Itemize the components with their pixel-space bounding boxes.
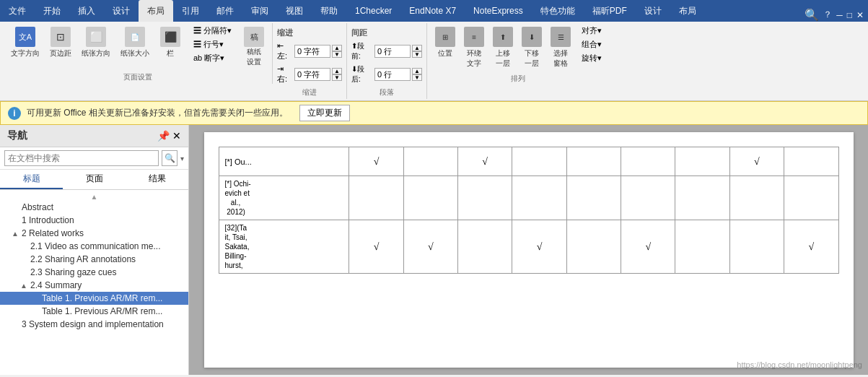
selection-pane-button[interactable]: ☰ 选择窗格 <box>547 25 574 71</box>
paper-settings-btn[interactable]: 稿 稿纸设置 <box>240 25 268 69</box>
spacing-before-down[interactable]: ▼ <box>412 51 422 58</box>
indent-right-spinner[interactable]: ▲ ▼ <box>332 68 342 81</box>
nav-item-sharing-gaze[interactable]: 2.3 Sharing gaze cues <box>0 266 188 279</box>
main-area: 导航 📌 ✕ 🔍 ▾ 标题 页面 结果 ▲ Abstract <box>0 125 868 375</box>
tab-noteexpress[interactable]: NoteExpress <box>465 0 532 22</box>
align-btn[interactable]: 对齐▾ <box>579 25 605 37</box>
indent-left-up[interactable]: ▲ <box>332 45 342 51</box>
table-cell-c9 <box>784 176 838 220</box>
nav-item-intro[interactable]: 1 Introduction <box>0 214 188 227</box>
wrap-text-icon: ≡ <box>464 27 484 47</box>
nav-tab-results[interactable]: 结果 <box>126 170 188 189</box>
tab-help[interactable]: 帮助 <box>312 0 346 22</box>
sections-dropdown-btn[interactable]: ☰ 分隔符▾ <box>190 25 234 37</box>
indent-left-input[interactable]: 0 字符 <box>294 45 330 58</box>
table-cell-c5 <box>566 147 621 176</box>
indent-right-up[interactable]: ▲ <box>332 68 342 74</box>
search-input[interactable] <box>4 150 159 166</box>
help-icon[interactable]: ？ <box>823 9 832 21</box>
nav-item-table1b[interactable]: Table 1. Previous AR/MR rem... <box>0 305 188 318</box>
search-magnifier-icon: 🔍 <box>165 153 175 163</box>
nav-tab-pages[interactable]: 页面 <box>63 170 126 189</box>
tab-design2[interactable]: 设计 <box>636 0 670 22</box>
nav-item-abstract[interactable]: Abstract <box>0 201 188 214</box>
ribbon-content: 文A 文字方向 ⊡ 页边距 ⬜ 纸张方向 📄 纸张大小 ⬛ 栏 <box>0 22 868 101</box>
table-cell-c8 <box>729 176 784 220</box>
table-cell-c1: √ <box>349 147 403 176</box>
spacing-before-up[interactable]: ▲ <box>412 45 422 51</box>
nav-item-summary[interactable]: ▲ 2.4 Summary <box>0 279 188 292</box>
update-bar: i 可用更新 Office 相关更新已准备好安装，但首先需要关闭一些应用。 立即… <box>0 101 868 125</box>
tab-insert[interactable]: 插入 <box>69 0 104 22</box>
close-icon[interactable]: ✕ <box>856 10 864 20</box>
tab-layout2[interactable]: 布局 <box>670 0 705 22</box>
table-cell-c6: √ <box>621 220 675 274</box>
tab-reference[interactable]: 引用 <box>173 0 208 22</box>
wrap-text-button[interactable]: ≡ 环绕文字 <box>460 25 488 71</box>
rotate-btn[interactable]: 旋转▾ <box>579 52 605 64</box>
position-button[interactable]: ⊞ 位置 <box>431 25 459 61</box>
search-icon[interactable]: 🔍 <box>805 8 819 22</box>
group-btn[interactable]: 组合▾ <box>579 38 605 51</box>
spacing-after-down[interactable]: ▼ <box>412 74 422 81</box>
search-dropdown-icon[interactable]: ▾ <box>180 155 184 162</box>
hyphenation-btn[interactable]: ab 断字▾ <box>190 52 234 64</box>
spacing-before-spinner[interactable]: ▲ ▼ <box>412 45 422 58</box>
nav-item-related[interactable]: ▲ 2 Related works <box>0 227 188 240</box>
update-now-button[interactable]: 立即更新 <box>299 105 350 121</box>
table-row: [32](Tait, Tsai,Sakata,Billing-hurst, √ … <box>219 220 838 274</box>
nav-item-system[interactable]: 3 System design and implementation <box>0 318 188 331</box>
indent-right-input[interactable]: 0 字符 <box>294 68 330 81</box>
spacing-before-input[interactable]: 0 行 <box>374 45 411 58</box>
send-backward-button[interactable]: ⬇ 下移一层 <box>518 25 545 71</box>
nav-tab-headings[interactable]: 标题 <box>0 170 63 189</box>
columns-button[interactable]: ⬛ 栏 <box>156 25 185 61</box>
update-message: 可用更新 Office 相关更新已准备好安装，但首先需要关闭一些应用。 <box>27 107 288 119</box>
tab-1checker[interactable]: 1Checker <box>346 0 400 22</box>
indent-left-icon: ⇤左: <box>277 41 293 61</box>
table-cell-c6 <box>621 147 675 176</box>
checkmark: √ <box>537 241 543 252</box>
send-backward-icon: ⬇ <box>522 27 542 47</box>
table-row: [*] Ochi-evich et al., 2012) <box>219 176 838 220</box>
spacing-after-input[interactable]: 0 行 <box>374 68 411 81</box>
tab-endnote[interactable]: EndNote X7 <box>400 0 465 22</box>
nav-title: 导航 <box>7 129 27 142</box>
tab-layout[interactable]: 布局 <box>139 0 173 22</box>
tab-view[interactable]: 视图 <box>277 0 312 22</box>
indent-right-down[interactable]: ▼ <box>332 74 342 81</box>
text-direction-button[interactable]: 文A 文字方向 <box>7 25 43 61</box>
orientation-button[interactable]: ⬜ 纸张方向 <box>78 25 114 61</box>
indent-left-spinner[interactable]: ▲ ▼ <box>332 45 342 58</box>
nav-item-video[interactable]: 2.1 Video as communication me... <box>0 240 188 253</box>
indent-left-down[interactable]: ▼ <box>332 51 342 58</box>
tab-file[interactable]: 文件 <box>0 0 35 22</box>
table-cell-c4 <box>512 176 566 220</box>
nav-item-sharing-ar[interactable]: 2.2 Sharing AR annotations <box>0 253 188 266</box>
spacing-after-up[interactable]: ▲ <box>412 68 422 74</box>
bring-forward-button[interactable]: ⬆ 上移一层 <box>489 25 517 71</box>
nav-close-icon[interactable]: ✕ <box>172 130 181 142</box>
table-cell-c9 <box>784 147 838 176</box>
maximize-icon[interactable]: □ <box>847 10 852 20</box>
search-button[interactable]: 🔍 <box>162 150 177 166</box>
margins-button[interactable]: ⊡ 页边距 <box>46 25 75 61</box>
spacing-after-spinner[interactable]: ▲ ▼ <box>412 68 422 81</box>
nav-pin-icon[interactable]: 📌 <box>157 130 170 142</box>
table-cell-c5 <box>566 220 621 274</box>
paper-settings-icon: 稿 <box>244 27 264 47</box>
line-numbers-btn[interactable]: ☰ 行号▾ <box>190 38 234 51</box>
tab-special[interactable]: 特色功能 <box>532 0 584 22</box>
tab-foxit[interactable]: 福昕PDF <box>584 0 636 22</box>
nav-item-table1a[interactable]: Table 1. Previous AR/MR rem... <box>0 292 188 305</box>
tab-design[interactable]: 设计 <box>104 0 139 22</box>
paper-size-button[interactable]: 📄 纸张大小 <box>117 25 153 61</box>
tab-review[interactable]: 审阅 <box>242 0 277 22</box>
nav-header-buttons: 📌 ✕ <box>157 130 181 142</box>
indent-header: 缩进 <box>277 27 293 38</box>
tab-start[interactable]: 开始 <box>35 0 69 22</box>
margins-icon: ⊡ <box>51 27 71 47</box>
minimize-icon[interactable]: ─ <box>836 10 843 20</box>
document-table: [*] Ou... √ √ √ [*] Ochi-evich et al., <box>219 147 839 274</box>
tab-mail[interactable]: 邮件 <box>208 0 242 22</box>
